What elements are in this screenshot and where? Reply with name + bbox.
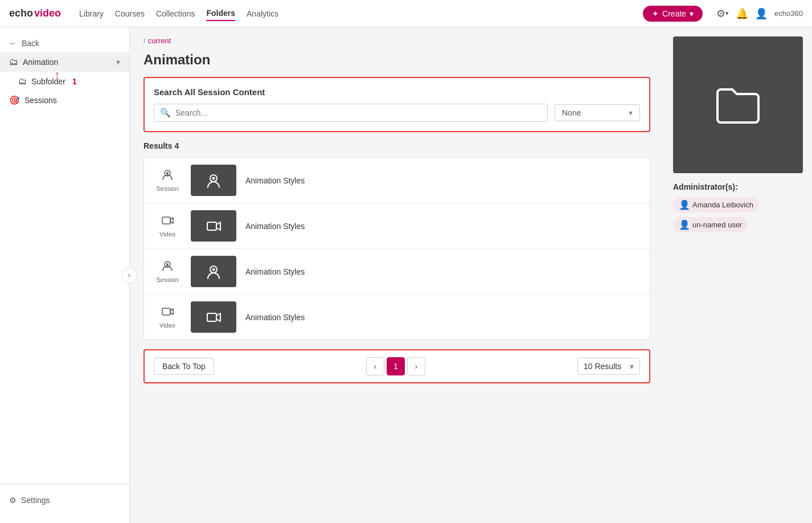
sparkle-icon: ✦ [652, 9, 659, 18]
logo-echo: echo [9, 7, 33, 19]
sessions-icon: 🎯 [9, 95, 20, 105]
folder-preview [673, 36, 803, 173]
svg-point-9 [212, 268, 215, 271]
results-count: Results 4 [143, 141, 650, 150]
video-icon [161, 214, 174, 230]
prev-page-button[interactable]: ‹ [366, 357, 384, 375]
item-type-video: Video [153, 305, 182, 329]
sidebar-settings[interactable]: ⚙ Settings [0, 491, 129, 509]
session-icon [161, 260, 174, 275]
breadcrumb-separator: / [143, 36, 146, 45]
item-type-label: Session [156, 185, 178, 192]
item-type-video: Video [153, 214, 182, 238]
user-profile-button[interactable]: 👤 [755, 7, 768, 20]
breadcrumb: / current [143, 36, 650, 45]
sidebar: ← Back 🗂 Animation ▾ ↑ 🗂 Subfolder 1 🎯 S… [0, 27, 130, 523]
chevron-down-icon: ▾ [116, 58, 120, 67]
search-input[interactable] [175, 108, 542, 117]
nav-library[interactable]: Library [79, 7, 104, 21]
create-button[interactable]: ✦ Create ▾ [643, 6, 703, 22]
list-item: Session Animation Styles [144, 249, 650, 295]
svg-rect-11 [207, 313, 216, 321]
video-icon [161, 305, 174, 321]
list-item: Video Animation Styles [144, 203, 650, 249]
user-icon: 👤 [755, 7, 768, 20]
item-thumbnail [191, 165, 236, 196]
back-to-top-button[interactable]: Back To Top [154, 358, 214, 375]
page-1-button[interactable]: 1 [387, 357, 405, 375]
sessions-label: Sessions [24, 96, 57, 105]
item-type-label: Video [159, 322, 175, 329]
user-label: echo360 [774, 9, 803, 18]
animation-label: Animation [23, 58, 112, 67]
subfolder-label: Subfolder [31, 77, 65, 86]
list-item: Video Animation Styles [144, 295, 650, 340]
top-nav: echovideo Library Courses Collections Fo… [0, 0, 812, 27]
breadcrumb-current[interactable]: current [148, 36, 171, 45]
item-type-session: Session [153, 260, 182, 283]
search-input-wrap: 🔍 [154, 104, 548, 122]
filter-select[interactable]: None ▾ [555, 104, 640, 121]
nav-folders[interactable]: Folders [206, 6, 235, 21]
search-icon: 🔍 [160, 108, 171, 118]
subfolder-badge: 1 [72, 77, 77, 86]
admin-chip-amanda: 👤 Amanda Leibovich [673, 197, 759, 213]
results-per-page-select[interactable]: 10 Results ▾ [577, 358, 640, 375]
settings-icon: ⚙ [9, 496, 17, 505]
svg-point-7 [166, 263, 169, 265]
folder-icon: 🗂 [9, 57, 18, 67]
sidebar-collapse-button[interactable]: ‹ [121, 267, 137, 283]
nav-analytics[interactable]: Analytics [247, 7, 278, 21]
next-page-button[interactable]: › [407, 357, 425, 375]
sidebar-bottom: ⚙ Settings [0, 484, 129, 516]
filter-chevron-icon: ▾ [629, 108, 633, 117]
sidebar-item-animation[interactable]: 🗂 Animation ▾ [0, 52, 129, 72]
sidebar-item-sessions[interactable]: 🎯 Sessions [0, 91, 129, 110]
svg-point-3 [212, 177, 215, 179]
svg-rect-10 [162, 308, 170, 315]
svg-point-1 [166, 172, 169, 174]
notifications-button[interactable]: 🔔 [736, 7, 748, 20]
back-arrow-icon: ← [9, 39, 17, 48]
item-thumbnail [191, 256, 236, 287]
svg-rect-4 [162, 217, 170, 224]
nav-collections[interactable]: Collections [156, 7, 195, 21]
item-type-label: Session [156, 276, 178, 283]
gear-chevron-icon: ▾ [725, 10, 729, 17]
back-button[interactable]: ← Back [0, 34, 129, 52]
svg-rect-5 [207, 222, 216, 230]
layout: ← Back 🗂 Animation ▾ ↑ 🗂 Subfolder 1 🎯 S… [0, 0, 812, 523]
pagination-bar: Back To Top ‹ 1 › 10 Results ▾ [143, 349, 650, 383]
item-title: Animation Styles [245, 176, 641, 185]
results-per-page-label: 10 Results [584, 362, 621, 371]
logo-video: video [34, 7, 61, 19]
gear-icon: ⚙ [716, 7, 725, 20]
back-label: Back [22, 39, 39, 48]
item-thumbnail [191, 301, 236, 333]
settings-label: Settings [21, 496, 50, 505]
nav-links: Library Courses Collections Folders Anal… [79, 6, 278, 21]
avatar-icon: 👤 [679, 199, 690, 210]
admin-name: un-named user [692, 220, 742, 229]
logo[interactable]: echovideo [9, 7, 61, 19]
chevron-down-icon: ▾ [690, 9, 694, 18]
nav-courses[interactable]: Courses [115, 7, 145, 21]
admin-name: Amanda Leibovich [692, 201, 753, 209]
right-panel: Administrator(s): 👤 Amanda Leibovich 👤 u… [664, 27, 812, 523]
item-type-label: Video [159, 231, 175, 238]
item-title: Animation Styles [245, 222, 641, 231]
search-box: Search All Session Content 🔍 None ▾ [143, 77, 650, 132]
main-content: / current Animation Search All Session C… [130, 27, 664, 523]
bell-icon: 🔔 [736, 7, 748, 20]
results-chevron-icon: ▾ [630, 362, 634, 371]
session-icon [161, 169, 174, 184]
item-thumbnail [191, 210, 236, 242]
sidebar-item-subfolder[interactable]: 🗂 Subfolder 1 [0, 72, 129, 91]
settings-gear-button[interactable]: ⚙ ▾ [716, 7, 729, 20]
search-box-title: Search All Session Content [154, 87, 640, 97]
filter-value: None [562, 108, 581, 117]
create-label: Create [662, 9, 686, 18]
admin-chips: 👤 Amanda Leibovich 👤 un-named user [673, 197, 803, 232]
pagination-controls: ‹ 1 › [366, 357, 425, 375]
list-item: Session Animation Styles [144, 158, 650, 203]
